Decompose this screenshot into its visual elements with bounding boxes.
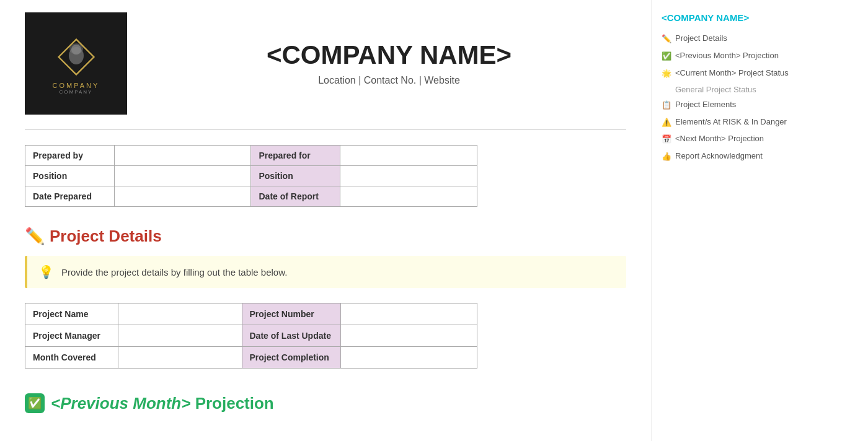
main-content: COMPANY COMPANY <COMPANY NAME> Location … bbox=[0, 0, 651, 441]
table-row: Prepared by Prepared for bbox=[25, 146, 477, 166]
label-project-number: Project Number bbox=[242, 303, 341, 325]
prev-month-title: <Previous Month> Projection bbox=[51, 394, 274, 413]
table-row: Date Prepared Date of Report bbox=[25, 186, 477, 207]
checkmark-icon: ✅ bbox=[25, 393, 45, 413]
value-prepared-by[interactable] bbox=[114, 146, 251, 166]
value-date-last-update[interactable] bbox=[341, 325, 477, 347]
sidebar-label-risk: Element/s At RISK & In Danger bbox=[675, 117, 787, 128]
label-prepared-for: Prepared for bbox=[251, 146, 340, 166]
logo-box: COMPANY COMPANY bbox=[25, 12, 127, 115]
svg-point-4 bbox=[69, 43, 83, 55]
value-month-covered[interactable] bbox=[118, 347, 242, 369]
value-position-right[interactable] bbox=[340, 166, 477, 186]
label-prepared-by: Prepared by bbox=[25, 146, 115, 166]
value-project-number[interactable] bbox=[341, 303, 477, 325]
table-row: Project Manager Date of Last Update bbox=[25, 325, 477, 347]
sidebar-label-project-details: Project Details bbox=[675, 33, 727, 44]
label-month-covered: Month Covered bbox=[25, 347, 118, 369]
warning-nav-icon: ⚠️ bbox=[662, 118, 671, 128]
label-date-prepared: Date Prepared bbox=[25, 186, 115, 207]
sidebar-label-current-month: <Current Month> Project Status bbox=[675, 68, 789, 79]
company-contact: Location | Contact No. | Website bbox=[152, 75, 626, 86]
label-project-manager: Project Manager bbox=[25, 325, 118, 347]
sidebar-subitem-general-status[interactable]: General Project Status bbox=[662, 82, 815, 97]
sidebar-label-next-month: <Next Month> Projection bbox=[675, 134, 764, 144]
hint-text: Provide the project details by filling o… bbox=[61, 267, 287, 277]
prev-month-italic: <Previous Month> bbox=[51, 394, 190, 413]
prev-month-heading: ✅ <Previous Month> Projection bbox=[25, 393, 626, 413]
project-details-table: Project Name Project Number Project Mana… bbox=[25, 303, 477, 369]
logo-sub-text: COMPANY bbox=[60, 89, 93, 95]
header-section: COMPANY COMPANY <COMPANY NAME> Location … bbox=[25, 12, 626, 115]
logo-brand-text: COMPANY bbox=[53, 82, 100, 89]
label-project-name: Project Name bbox=[25, 303, 118, 325]
label-date-of-report: Date of Report bbox=[251, 186, 340, 207]
sidebar: <COMPANY NAME> ✏️ Project Details ✅ <Pre… bbox=[651, 0, 825, 441]
header-info-table: Prepared by Prepared for Position Positi… bbox=[25, 145, 477, 207]
table-row: Month Covered Project Completion bbox=[25, 347, 477, 369]
calendar-nav-icon: 📅 bbox=[662, 134, 671, 145]
sidebar-label-acknowledgment: Report Acknowledgment bbox=[675, 151, 763, 162]
logo-diamond-svg bbox=[51, 32, 101, 82]
star-nav-icon: 🌟 bbox=[662, 69, 671, 79]
value-prepared-for[interactable] bbox=[340, 146, 477, 166]
sidebar-item-acknowledgment[interactable]: 👍 Report Acknowledgment bbox=[662, 148, 815, 165]
value-project-name[interactable] bbox=[118, 303, 242, 325]
label-position-right: Position bbox=[251, 166, 340, 186]
value-project-manager[interactable] bbox=[118, 325, 242, 347]
prev-month-suffix: Projection bbox=[195, 394, 274, 413]
sidebar-item-project-details[interactable]: ✏️ Project Details bbox=[662, 30, 815, 48]
sidebar-item-prev-month[interactable]: ✅ <Previous Month> Projection bbox=[662, 48, 815, 65]
hint-box: 💡 Provide the project details by filling… bbox=[25, 256, 626, 288]
value-date-of-report[interactable] bbox=[340, 186, 477, 207]
label-position-left: Position bbox=[25, 166, 115, 186]
value-position-left[interactable] bbox=[114, 166, 251, 186]
lightbulb-icon: 💡 bbox=[38, 264, 54, 279]
project-details-title: Project Details bbox=[50, 227, 162, 246]
thumbsup-nav-icon: 👍 bbox=[662, 152, 671, 162]
sidebar-item-project-elements[interactable]: 📋 Project Elements bbox=[662, 97, 815, 114]
value-date-prepared[interactable] bbox=[114, 186, 251, 207]
pencil-icon: ✏️ bbox=[25, 227, 45, 246]
sidebar-label-general-status: General Project Status bbox=[675, 85, 756, 94]
company-header-text: <COMPANY NAME> Location | Contact No. | … bbox=[152, 41, 626, 85]
clipboard-nav-icon: 📋 bbox=[662, 100, 671, 111]
sidebar-company-name[interactable]: <COMPANY NAME> bbox=[662, 12, 815, 23]
label-project-completion: Project Completion bbox=[242, 347, 341, 369]
sidebar-label-project-elements: Project Elements bbox=[675, 100, 736, 110]
table-row: Position Position bbox=[25, 166, 477, 186]
pencil-nav-icon: ✏️ bbox=[662, 34, 671, 45]
value-project-completion[interactable] bbox=[341, 347, 477, 369]
label-date-last-update: Date of Last Update bbox=[242, 325, 341, 347]
company-name-title: <COMPANY NAME> bbox=[152, 41, 626, 69]
sidebar-label-prev-month: <Previous Month> Projection bbox=[675, 51, 779, 61]
table-row: Project Name Project Number bbox=[25, 303, 477, 325]
sidebar-item-risk[interactable]: ⚠️ Element/s At RISK & In Danger bbox=[662, 114, 815, 131]
checkmark-nav-icon: ✅ bbox=[662, 51, 671, 62]
project-details-heading: ✏️ Project Details bbox=[25, 227, 626, 246]
header-divider bbox=[25, 129, 626, 130]
sidebar-item-current-month[interactable]: 🌟 <Current Month> Project Status bbox=[662, 65, 815, 82]
sidebar-item-next-month[interactable]: 📅 <Next Month> Projection bbox=[662, 131, 815, 148]
